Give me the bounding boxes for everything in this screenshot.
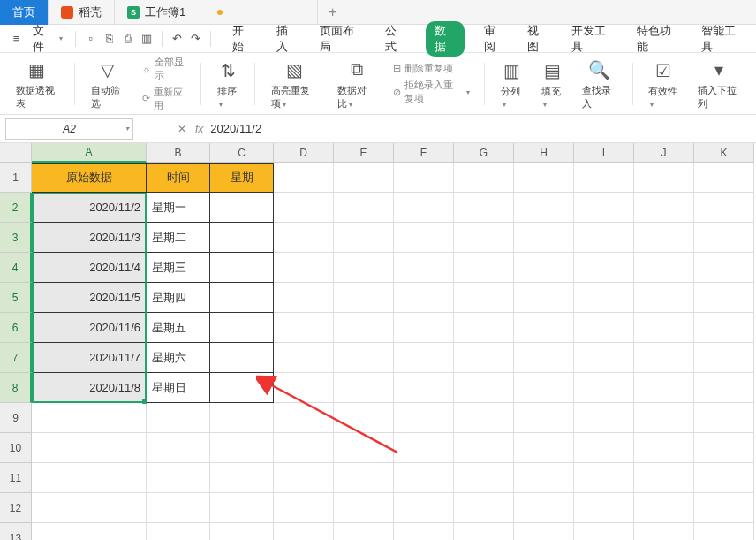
cell-empty[interactable] (274, 373, 334, 403)
cell-empty[interactable] (514, 283, 574, 313)
cell-empty[interactable] (454, 463, 514, 493)
column-header-F[interactable]: F (394, 143, 454, 163)
cell-empty[interactable] (454, 523, 514, 540)
column-header-G[interactable]: G (454, 143, 514, 163)
cell-data-A[interactable]: 2020/11/6 (32, 313, 147, 343)
ribbon-tab-review[interactable]: 审阅 (480, 21, 509, 57)
undo-icon[interactable]: ↶ (170, 31, 185, 47)
cell-header-B[interactable]: 时间 (147, 163, 210, 193)
cell-empty[interactable] (274, 313, 334, 343)
cell-empty[interactable] (634, 463, 694, 493)
cell-empty[interactable] (514, 193, 574, 223)
column-header-B[interactable]: B (147, 143, 210, 163)
column-header-C[interactable]: C (210, 143, 274, 163)
cell-empty[interactable] (454, 283, 514, 313)
sort-button[interactable]: ⇅ 排序▾ (210, 58, 246, 109)
cell-empty[interactable] (634, 403, 694, 433)
cell-data-C[interactable] (210, 283, 274, 313)
cell-empty[interactable] (394, 313, 454, 343)
cell-empty[interactable] (394, 343, 454, 373)
cell-empty[interactable] (334, 463, 394, 493)
cell-empty[interactable] (694, 493, 754, 523)
ribbon-tab-smart[interactable]: 智能工具 (698, 21, 747, 57)
cell-data-A[interactable]: 2020/11/8 (32, 373, 147, 403)
cell-empty[interactable] (454, 193, 514, 223)
cell-empty[interactable] (334, 283, 394, 313)
ribbon-tab-start[interactable]: 开始 (229, 21, 257, 57)
cell-empty[interactable] (514, 403, 574, 433)
cell-data-B[interactable]: 星期三 (147, 253, 210, 283)
cell-empty[interactable] (694, 403, 754, 433)
cell-empty[interactable] (32, 523, 147, 540)
cell-empty[interactable] (694, 223, 754, 253)
cell-empty[interactable] (274, 283, 334, 313)
cell-empty[interactable] (147, 523, 210, 540)
cell-empty[interactable] (574, 373, 634, 403)
cancel-formula-icon[interactable]: ✕ (178, 123, 186, 135)
cell-empty[interactable] (454, 313, 514, 343)
cell-empty[interactable] (394, 493, 454, 523)
ribbon-tab-insert[interactable]: 插入 (273, 21, 301, 57)
cell-data-B[interactable]: 星期六 (147, 343, 210, 373)
cell-empty[interactable] (574, 463, 634, 493)
cell-empty[interactable] (394, 283, 454, 313)
column-header-I[interactable]: I (574, 143, 634, 163)
cell-empty[interactable] (334, 193, 394, 223)
column-header-H[interactable]: H (514, 143, 574, 163)
cell-empty[interactable] (454, 373, 514, 403)
cell-empty[interactable] (514, 343, 574, 373)
ribbon-tab-formula[interactable]: 公式 (382, 21, 410, 57)
cell-empty[interactable] (694, 373, 754, 403)
cell-empty[interactable] (514, 163, 574, 193)
tab-home[interactable]: 首页 (0, 0, 49, 25)
row-header[interactable]: 6 (0, 313, 32, 343)
spreadsheet-grid[interactable]: A B C D E F G H I J K 1原始数据时间星期22020/11/… (0, 143, 756, 540)
cell-empty[interactable] (394, 373, 454, 403)
cell-empty[interactable] (634, 433, 694, 463)
cell-empty[interactable] (634, 163, 694, 193)
cell-header-C[interactable]: 星期 (210, 163, 274, 193)
row-header[interactable]: 11 (0, 463, 32, 493)
cell-empty[interactable] (454, 433, 514, 463)
cell-empty[interactable] (210, 403, 274, 433)
highlight-duplicates-button[interactable]: ▧ 高亮重复项▾ (264, 57, 325, 110)
select-all-triangle[interactable] (0, 143, 32, 163)
cell-empty[interactable] (394, 163, 454, 193)
cell-empty[interactable] (454, 403, 514, 433)
cell-empty[interactable] (634, 253, 694, 283)
cell-empty[interactable] (274, 463, 334, 493)
row-header[interactable]: 3 (0, 223, 32, 253)
cell-empty[interactable] (274, 403, 334, 433)
cell-empty[interactable] (274, 523, 334, 540)
cell-empty[interactable] (274, 163, 334, 193)
cell-empty[interactable] (574, 253, 634, 283)
row-header[interactable]: 13 (0, 523, 32, 540)
cell-header-A[interactable]: 原始数据 (32, 163, 147, 193)
validity-button[interactable]: ☑ 有效性▾ (641, 58, 685, 109)
cell-empty[interactable] (274, 193, 334, 223)
hamburger-icon[interactable]: ≡ (9, 31, 24, 47)
cell-empty[interactable] (334, 523, 394, 540)
autofilter-button[interactable]: ▽ 自动筛选 (84, 57, 132, 110)
cell-data-A[interactable]: 2020/11/5 (32, 283, 147, 313)
cell-empty[interactable] (334, 493, 394, 523)
cell-empty[interactable] (634, 313, 694, 343)
formula-input[interactable]: 2020/11/2 (203, 122, 756, 135)
cell-data-C[interactable] (210, 343, 274, 373)
row-header[interactable]: 1 (0, 163, 32, 193)
cell-empty[interactable] (32, 403, 147, 433)
cell-empty[interactable] (574, 343, 634, 373)
tab-add-button[interactable]: + (318, 4, 347, 20)
remove-duplicates-button[interactable]: ⊟删除重复项 (393, 62, 470, 75)
cell-empty[interactable] (274, 433, 334, 463)
name-box[interactable]: A2 ▾ (5, 118, 133, 140)
cell-empty[interactable] (32, 493, 147, 523)
cell-empty[interactable] (634, 373, 694, 403)
column-header-E[interactable]: E (334, 143, 394, 163)
insert-dropdown-button[interactable]: ▾ 插入下拉列 (691, 57, 747, 110)
cell-empty[interactable] (334, 403, 394, 433)
cell-empty[interactable] (210, 523, 274, 540)
cell-empty[interactable] (274, 223, 334, 253)
ribbon-tab-devtools[interactable]: 开发工具 (568, 21, 617, 57)
cell-data-C[interactable] (210, 253, 274, 283)
